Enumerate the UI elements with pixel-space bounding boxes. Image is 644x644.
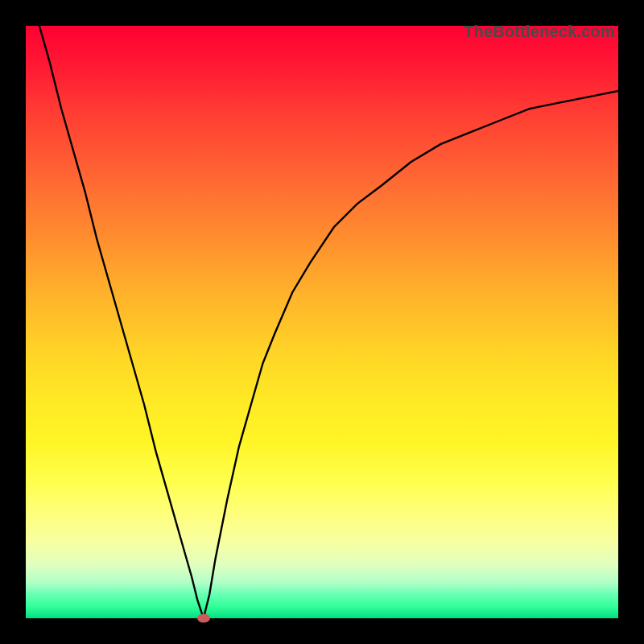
- bottleneck-curve: [26, 26, 618, 618]
- curve-svg: [26, 26, 618, 618]
- watermark-text: TheBottleneck.com: [464, 23, 615, 41]
- chart-container: TheBottleneck.com: [0, 0, 644, 644]
- plot-area: [26, 26, 618, 618]
- optimal-marker: [197, 614, 210, 623]
